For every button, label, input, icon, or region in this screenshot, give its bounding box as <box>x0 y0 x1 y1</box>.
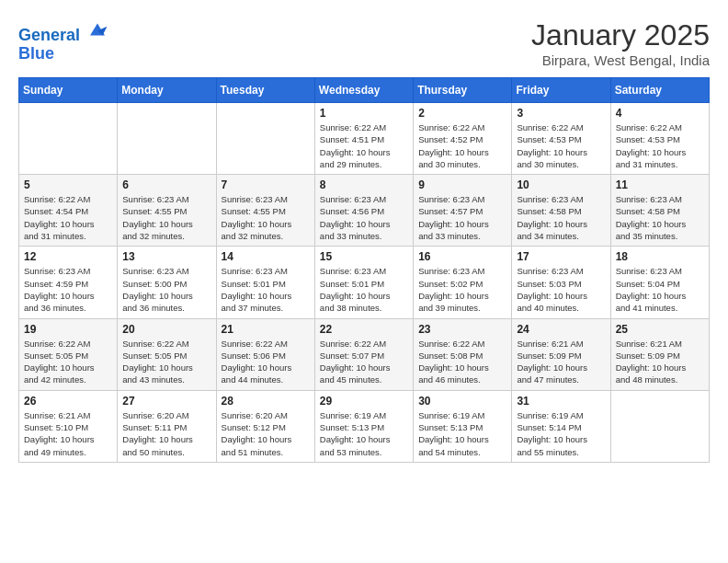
calendar-cell: 2Sunrise: 6:22 AM Sunset: 4:52 PM Daylig… <box>414 103 512 175</box>
calendar-cell: 12Sunrise: 6:23 AM Sunset: 4:59 PM Dayli… <box>19 247 118 318</box>
day-info: Sunrise: 6:20 AM Sunset: 5:12 PM Dayligh… <box>222 409 310 458</box>
day-number: 28 <box>222 395 310 408</box>
calendar-cell: 10Sunrise: 6:23 AM Sunset: 4:58 PM Dayli… <box>512 175 610 247</box>
day-info: Sunrise: 6:21 AM Sunset: 5:09 PM Dayligh… <box>616 338 704 386</box>
weekday-header-monday: Monday <box>118 78 216 103</box>
day-info: Sunrise: 6:23 AM Sunset: 5:01 PM Dayligh… <box>320 265 408 314</box>
logo: General Blue <box>18 18 108 62</box>
day-number: 2 <box>418 107 506 120</box>
calendar-cell: 5Sunrise: 6:22 AM Sunset: 4:54 PM Daylig… <box>19 175 118 247</box>
day-number: 20 <box>122 323 210 336</box>
calendar-week-2: 5Sunrise: 6:22 AM Sunset: 4:54 PM Daylig… <box>19 175 710 247</box>
calendar-cell: 8Sunrise: 6:23 AM Sunset: 4:56 PM Daylig… <box>314 175 413 247</box>
calendar-cell <box>19 103 118 175</box>
title-block: January 2025 Birpara, West Bengal, India <box>531 18 710 68</box>
day-number: 25 <box>616 323 704 336</box>
calendar-cell: 31Sunrise: 6:19 AM Sunset: 5:14 PM Dayli… <box>512 390 610 462</box>
day-number: 14 <box>222 250 310 263</box>
day-info: Sunrise: 6:23 AM Sunset: 5:02 PM Dayligh… <box>418 265 506 314</box>
calendar-cell: 28Sunrise: 6:20 AM Sunset: 5:12 PM Dayli… <box>216 390 314 462</box>
day-number: 11 <box>616 178 704 191</box>
day-number: 19 <box>24 323 112 336</box>
day-info: Sunrise: 6:22 AM Sunset: 4:53 PM Dayligh… <box>616 121 704 170</box>
calendar-cell: 19Sunrise: 6:22 AM Sunset: 5:05 PM Dayli… <box>19 318 118 390</box>
day-number: 22 <box>320 323 408 336</box>
calendar-cell: 22Sunrise: 6:22 AM Sunset: 5:07 PM Dayli… <box>314 318 413 390</box>
day-number: 5 <box>24 178 112 191</box>
calendar-cell <box>118 103 216 175</box>
day-info: Sunrise: 6:21 AM Sunset: 5:09 PM Dayligh… <box>517 338 605 386</box>
day-number: 31 <box>517 395 605 408</box>
day-info: Sunrise: 6:19 AM Sunset: 5:14 PM Dayligh… <box>517 409 605 458</box>
day-info: Sunrise: 6:22 AM Sunset: 4:53 PM Dayligh… <box>517 121 605 170</box>
day-info: Sunrise: 6:22 AM Sunset: 5:05 PM Dayligh… <box>24 338 112 386</box>
day-number: 12 <box>24 250 112 263</box>
calendar-cell: 6Sunrise: 6:23 AM Sunset: 4:55 PM Daylig… <box>118 175 216 247</box>
calendar-cell: 18Sunrise: 6:23 AM Sunset: 5:04 PM Dayli… <box>610 247 709 318</box>
calendar-cell: 3Sunrise: 6:22 AM Sunset: 4:53 PM Daylig… <box>512 103 610 175</box>
logo-blue-text: Blue <box>18 45 108 62</box>
calendar-cell: 17Sunrise: 6:23 AM Sunset: 5:03 PM Dayli… <box>512 247 610 318</box>
page-header: General Blue January 2025 Birpara, West … <box>18 18 710 68</box>
calendar-cell: 11Sunrise: 6:23 AM Sunset: 4:58 PM Dayli… <box>610 175 709 247</box>
day-info: Sunrise: 6:23 AM Sunset: 5:04 PM Dayligh… <box>616 265 704 314</box>
calendar-cell: 24Sunrise: 6:21 AM Sunset: 5:09 PM Dayli… <box>512 318 610 390</box>
day-number: 16 <box>418 250 506 263</box>
day-number: 24 <box>517 323 605 336</box>
month-title: January 2025 <box>531 18 710 52</box>
day-number: 6 <box>122 178 210 191</box>
calendar-week-4: 19Sunrise: 6:22 AM Sunset: 5:05 PM Dayli… <box>19 318 710 390</box>
day-info: Sunrise: 6:23 AM Sunset: 4:57 PM Dayligh… <box>418 193 506 242</box>
calendar-cell: 15Sunrise: 6:23 AM Sunset: 5:01 PM Dayli… <box>314 247 413 318</box>
day-info: Sunrise: 6:20 AM Sunset: 5:11 PM Dayligh… <box>122 409 210 458</box>
calendar-cell: 16Sunrise: 6:23 AM Sunset: 5:02 PM Dayli… <box>414 247 512 318</box>
calendar-cell: 29Sunrise: 6:19 AM Sunset: 5:13 PM Dayli… <box>314 390 413 462</box>
day-info: Sunrise: 6:22 AM Sunset: 5:07 PM Dayligh… <box>320 338 408 386</box>
day-info: Sunrise: 6:21 AM Sunset: 5:10 PM Dayligh… <box>24 409 112 458</box>
weekday-header-sunday: Sunday <box>19 78 118 103</box>
day-info: Sunrise: 6:23 AM Sunset: 4:59 PM Dayligh… <box>24 265 112 314</box>
day-number: 26 <box>24 395 112 408</box>
day-info: Sunrise: 6:22 AM Sunset: 4:52 PM Dayligh… <box>418 121 506 170</box>
logo-icon <box>86 18 108 40</box>
location: Birpara, West Bengal, India <box>531 52 710 68</box>
day-number: 21 <box>222 323 310 336</box>
calendar-cell: 9Sunrise: 6:23 AM Sunset: 4:57 PM Daylig… <box>414 175 512 247</box>
weekday-header-friday: Friday <box>512 78 610 103</box>
day-info: Sunrise: 6:23 AM Sunset: 4:55 PM Dayligh… <box>222 193 310 242</box>
weekday-header-wednesday: Wednesday <box>314 78 413 103</box>
logo-text: General <box>18 18 108 45</box>
calendar-cell: 30Sunrise: 6:19 AM Sunset: 5:13 PM Dayli… <box>414 390 512 462</box>
day-info: Sunrise: 6:22 AM Sunset: 4:51 PM Dayligh… <box>320 121 408 170</box>
calendar-cell: 7Sunrise: 6:23 AM Sunset: 4:55 PM Daylig… <box>216 175 314 247</box>
day-info: Sunrise: 6:22 AM Sunset: 5:06 PM Dayligh… <box>222 338 310 386</box>
day-number: 29 <box>320 395 408 408</box>
weekday-header-thursday: Thursday <box>414 78 512 103</box>
calendar-week-3: 12Sunrise: 6:23 AM Sunset: 4:59 PM Dayli… <box>19 247 710 318</box>
day-info: Sunrise: 6:23 AM Sunset: 5:00 PM Dayligh… <box>122 265 210 314</box>
day-info: Sunrise: 6:23 AM Sunset: 4:58 PM Dayligh… <box>517 193 605 242</box>
day-number: 1 <box>320 107 408 120</box>
day-number: 3 <box>517 107 605 120</box>
day-info: Sunrise: 6:19 AM Sunset: 5:13 PM Dayligh… <box>320 409 408 458</box>
day-number: 30 <box>418 395 506 408</box>
day-number: 13 <box>122 250 210 263</box>
calendar-cell: 23Sunrise: 6:22 AM Sunset: 5:08 PM Dayli… <box>414 318 512 390</box>
day-info: Sunrise: 6:22 AM Sunset: 5:05 PM Dayligh… <box>122 338 210 386</box>
day-number: 10 <box>517 178 605 191</box>
day-number: 17 <box>517 250 605 263</box>
day-info: Sunrise: 6:23 AM Sunset: 5:03 PM Dayligh… <box>517 265 605 314</box>
calendar-cell <box>216 103 314 175</box>
day-number: 4 <box>616 107 704 120</box>
day-number: 9 <box>418 178 506 191</box>
calendar-cell: 27Sunrise: 6:20 AM Sunset: 5:11 PM Dayli… <box>118 390 216 462</box>
calendar-cell: 26Sunrise: 6:21 AM Sunset: 5:10 PM Dayli… <box>19 390 118 462</box>
day-info: Sunrise: 6:23 AM Sunset: 4:55 PM Dayligh… <box>122 193 210 242</box>
day-info: Sunrise: 6:19 AM Sunset: 5:13 PM Dayligh… <box>418 409 506 458</box>
calendar-week-1: 1Sunrise: 6:22 AM Sunset: 4:51 PM Daylig… <box>19 103 710 175</box>
calendar-cell: 25Sunrise: 6:21 AM Sunset: 5:09 PM Dayli… <box>610 318 709 390</box>
calendar-cell: 13Sunrise: 6:23 AM Sunset: 5:00 PM Dayli… <box>118 247 216 318</box>
calendar-cell: 1Sunrise: 6:22 AM Sunset: 4:51 PM Daylig… <box>314 103 413 175</box>
calendar-cell <box>610 390 709 462</box>
calendar-cell: 14Sunrise: 6:23 AM Sunset: 5:01 PM Dayli… <box>216 247 314 318</box>
